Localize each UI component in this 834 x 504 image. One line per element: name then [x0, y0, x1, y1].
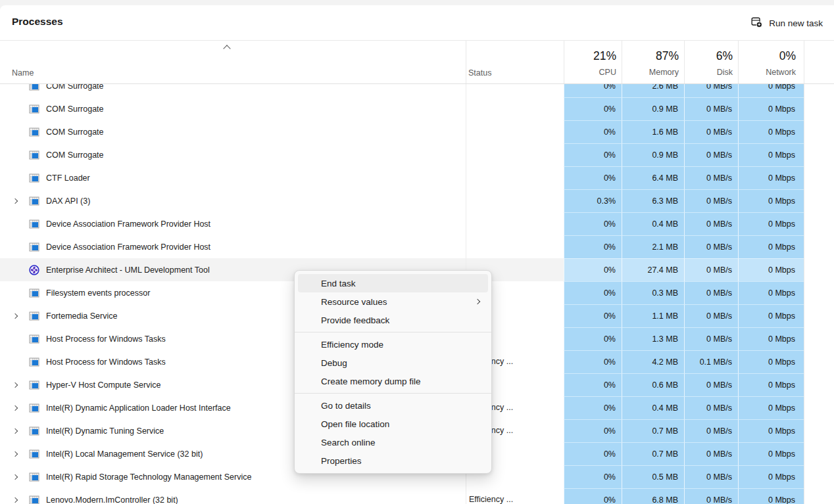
process-name: Hyper-V Host Compute Service: [46, 380, 160, 390]
status-cell: [466, 97, 564, 120]
row-gutter: [804, 166, 834, 189]
process-name-cell: COM Surrogate: [0, 120, 466, 143]
menu-item-resource-values[interactable]: Resource values: [298, 292, 488, 311]
column-header-memory[interactable]: 87% Memory: [622, 41, 679, 83]
disk-cell: 0 MB/s: [684, 442, 738, 465]
process-name: Intel(R) Local Management Service (32 bi…: [46, 449, 203, 459]
column-header-disk[interactable]: 6% Disk: [684, 41, 733, 83]
status-cell: [466, 84, 564, 97]
memory-cell: 4.2 MB: [622, 350, 684, 373]
cpu-cell: 0%: [564, 84, 622, 97]
app-window-icon: [29, 196, 39, 206]
row-gutter: [804, 258, 834, 281]
task-manager-window: Processes Run new task Name Status 21%: [0, 0, 834, 504]
disk-cell: 0 MB/s: [684, 189, 738, 212]
row-gutter: [804, 281, 834, 304]
expand-chevron-icon[interactable]: [12, 428, 18, 433]
process-name-cell: DAX API (3): [0, 189, 466, 212]
cpu-cell: 0%: [564, 235, 622, 258]
menu-item-end-task[interactable]: End task: [298, 274, 488, 292]
disk-cell: 0 MB/s: [684, 488, 738, 504]
menu-item-debug[interactable]: Debug: [298, 354, 488, 372]
row-gutter: [804, 235, 834, 258]
cpu-cell: 0%: [564, 465, 622, 488]
column-header-status[interactable]: Status: [468, 68, 491, 78]
header-divider: [622, 41, 622, 83]
expand-chevron-icon[interactable]: [12, 474, 18, 479]
column-header-cpu[interactable]: 21% CPU: [564, 41, 616, 83]
expand-chevron-icon[interactable]: [12, 405, 18, 410]
cpu-label: CPU: [564, 68, 616, 77]
process-row[interactable]: COM Surrogate0%0.9 MB0 MB/s0 Mbps: [0, 143, 834, 166]
app-window-icon: [29, 472, 39, 482]
app-window-icon: [29, 84, 39, 91]
memory-cell: 0.7 MB: [622, 419, 684, 442]
app-window-icon: [29, 334, 39, 344]
disk-cell: 0 MB/s: [684, 258, 738, 281]
menu-item-create-memory-dump-file[interactable]: Create memory dump file: [298, 372, 488, 390]
process-name: Host Process for Windows Tasks: [46, 334, 166, 344]
app-window-icon: [29, 127, 39, 137]
disk-cell: 0 MB/s: [684, 235, 738, 258]
menu-item-go-to-details[interactable]: Go to details: [298, 396, 488, 415]
process-row[interactable]: DAX API (3)0.3%6.3 MB0 MB/s0 Mbps: [0, 189, 834, 212]
process-name: COM Surrogate: [46, 150, 104, 160]
run-new-task-button[interactable]: Run new task: [751, 14, 823, 32]
memory-cell: 6.8 MB: [622, 488, 684, 504]
expand-chevron-icon[interactable]: [12, 451, 18, 456]
app-window-icon: [29, 311, 39, 321]
menu-item-label: Properties: [321, 456, 362, 466]
row-gutter: [804, 304, 834, 327]
expand-chevron-icon[interactable]: [12, 382, 18, 387]
process-row[interactable]: CTF Loader0%6.4 MB0 MB/s0 Mbps: [0, 166, 834, 189]
column-header-network[interactable]: 0% Network: [738, 41, 796, 83]
network-cell: 0 Mbps: [738, 373, 804, 396]
memory-cell: 27.4 MB: [622, 258, 684, 281]
cpu-cell: 0%: [564, 97, 622, 120]
table-header: Name Status 21% CPU 87% Memory 6% Disk 0…: [0, 41, 834, 84]
menu-separator: [295, 393, 491, 394]
app-window-icon: [29, 357, 39, 367]
menu-item-properties[interactable]: Properties: [298, 451, 488, 470]
process-name: COM Surrogate: [46, 104, 104, 114]
row-gutter: [804, 465, 834, 488]
expand-chevron-icon[interactable]: [12, 313, 18, 318]
cpu-cell: 0%: [564, 442, 622, 465]
disk-label: Disk: [684, 68, 733, 77]
disk-cell: 0 MB/s: [684, 419, 738, 442]
status-cell: [466, 120, 564, 143]
menu-item-efficiency-mode[interactable]: Efficiency mode: [298, 335, 488, 354]
process-row[interactable]: Lenovo.Modern.ImController (32 bit)Effic…: [0, 488, 834, 504]
header-divider: [738, 41, 739, 83]
process-row[interactable]: Device Association Framework Provider Ho…: [0, 235, 834, 258]
cpu-cell: 0%: [564, 373, 622, 396]
row-gutter: [804, 442, 834, 465]
cpu-total-percent: 21%: [564, 49, 616, 63]
process-context-menu: End taskResource valuesProvide feedbackE…: [294, 270, 492, 474]
column-header-name[interactable]: Name: [12, 68, 34, 78]
process-row[interactable]: COM Surrogate0%2.6 MB0 MB/s0 Mbps: [0, 84, 834, 97]
network-cell: 0 Mbps: [738, 488, 804, 504]
row-gutter: [804, 189, 834, 212]
disk-cell: 0 MB/s: [684, 304, 738, 327]
expand-chevron-icon[interactable]: [12, 497, 18, 502]
enterprise-architect-icon: [29, 265, 39, 275]
app-window-icon: [29, 150, 39, 160]
cpu-cell: 0%: [564, 488, 622, 504]
cpu-cell: 0%: [564, 396, 622, 419]
status-cell: [466, 235, 564, 258]
process-row[interactable]: COM Surrogate0%1.6 MB0 MB/s0 Mbps: [0, 120, 834, 143]
process-row[interactable]: Device Association Framework Provider Ho…: [0, 212, 834, 235]
menu-item-open-file-location[interactable]: Open file location: [298, 415, 488, 433]
app-window-icon: [29, 219, 39, 229]
cpu-cell: 0%: [564, 166, 622, 189]
disk-cell: 0 MB/s: [684, 212, 738, 235]
process-name-cell: Device Association Framework Provider Ho…: [0, 212, 466, 235]
menu-item-search-online[interactable]: Search online: [298, 433, 488, 451]
network-cell: 0 Mbps: [738, 350, 804, 373]
app-window-icon: [29, 403, 39, 413]
process-row[interactable]: COM Surrogate0%0.9 MB0 MB/s0 Mbps: [0, 97, 834, 120]
row-gutter: [804, 84, 834, 97]
menu-item-provide-feedback[interactable]: Provide feedback: [298, 311, 488, 329]
expand-chevron-icon[interactable]: [12, 198, 18, 203]
